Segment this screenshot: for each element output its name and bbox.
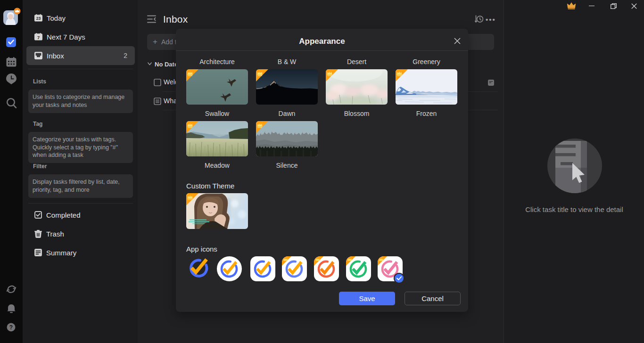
svg-text:7: 7	[37, 35, 40, 40]
svg-text:?: ?	[9, 324, 13, 331]
svg-text:23: 23	[36, 16, 41, 21]
